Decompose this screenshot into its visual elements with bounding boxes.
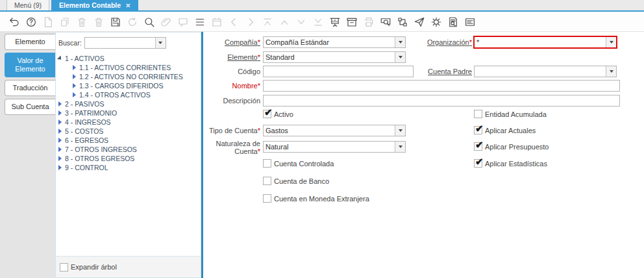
elemento-select[interactable]: Standard	[263, 51, 406, 63]
cuenta-moneda-extranjera-checkbox[interactable]: Cuenta en Moneda Extranjera	[263, 194, 369, 203]
zoom-across-icon[interactable]	[380, 16, 391, 28]
chevron-down-icon[interactable]	[606, 37, 616, 47]
tree-node-label[interactable]: 7 - OTROS INGRESOS	[65, 145, 137, 153]
chevron-down-icon[interactable]	[606, 66, 616, 77]
checkbox-box[interactable]	[263, 110, 271, 118]
tree-node[interactable]: 4 - INGRESOS	[56, 118, 199, 127]
workflow-icon[interactable]	[397, 16, 408, 28]
aplicar-estadisticas-checkbox[interactable]: Aplicar Estadísticas	[474, 159, 547, 168]
tree-node[interactable]: 1.1 - ACTIVOS CORRIENTES	[56, 63, 199, 72]
tree-collapse-icon[interactable]	[57, 55, 63, 61]
tree-node[interactable]: 9 - CONTROL	[56, 163, 199, 172]
search-input[interactable]	[84, 37, 166, 49]
tree-node[interactable]: 1 - ACTIVOS	[56, 54, 199, 63]
tree-node-label[interactable]: 3 - PATRIMONIO	[65, 109, 117, 117]
side-tab-traducci-n[interactable]: Traducción	[5, 80, 55, 96]
next-record-icon	[245, 16, 256, 28]
chevron-down-icon[interactable]	[155, 38, 166, 48]
tree-node[interactable]: 5 - COSTOS	[56, 127, 199, 136]
tree-expand-icon[interactable]	[73, 65, 76, 70]
entidad-acumulada-label: Entidad Acumulada	[485, 110, 547, 118]
tree-expand-icon[interactable]	[58, 165, 62, 170]
descripcion-input[interactable]	[263, 95, 620, 107]
organizacion-label[interactable]: Organización*	[393, 38, 472, 46]
tree-node[interactable]: 1.2 - ACTIVOS NO CORRIENTES	[56, 72, 199, 81]
tree-node[interactable]: 6 - EGRESOS	[56, 136, 199, 145]
window-tab[interactable]: Menú (9)	[6, 0, 49, 10]
find-icon[interactable]	[143, 16, 155, 28]
tree-expand-icon[interactable]	[58, 120, 62, 125]
checkbox-box[interactable]	[263, 194, 271, 203]
chevron-down-icon[interactable]	[395, 142, 405, 152]
save-icon[interactable]	[110, 16, 121, 28]
elemento-label[interactable]: Elemento*	[203, 53, 260, 61]
entidad-acumulada-checkbox[interactable]: Entidad Acumulada	[474, 110, 547, 118]
tree-node-label[interactable]: 1.4 - OTROS ACTIVOS	[79, 91, 151, 99]
checkbox-box[interactable]	[474, 110, 482, 118]
checkbox-box[interactable]	[263, 159, 271, 168]
form-icon[interactable]	[464, 16, 476, 28]
checkbox-box[interactable]	[474, 126, 482, 134]
aplicar-actuales-checkbox[interactable]: Aplicar Actuales	[474, 126, 536, 134]
tree-node[interactable]: 1.4 - OTROS ACTIVOS	[56, 90, 199, 99]
chevron-down-icon[interactable]	[395, 52, 405, 62]
print-preview-icon[interactable]	[447, 16, 459, 28]
side-tab-valor-de-elemento[interactable]: Valor de Elemento	[5, 53, 55, 77]
archive-icon[interactable]	[346, 16, 358, 28]
tree-expand-icon[interactable]	[73, 74, 76, 79]
tree-expand-icon[interactable]	[58, 138, 62, 143]
chat-icon	[177, 16, 189, 28]
activo-checkbox[interactable]: Activo	[263, 110, 293, 118]
tree-expand-icon[interactable]	[58, 156, 62, 161]
naturaleza-cuenta-select[interactable]: Natural	[263, 141, 406, 153]
tree-node-label[interactable]: 2 - PASIVOS	[65, 100, 105, 108]
tree-node-label[interactable]: 1.2 - ACTIVOS NO CORRIENTES	[79, 73, 183, 81]
tree-expand-icon[interactable]	[58, 101, 62, 107]
checkbox-box[interactable]	[474, 142, 482, 151]
tree-node-label[interactable]: 4 - INGRESOS	[65, 118, 111, 126]
report-icon[interactable]	[329, 16, 341, 28]
cuenta-controlada-checkbox[interactable]: Cuenta Controlada	[263, 159, 334, 168]
request-icon[interactable]	[414, 16, 425, 28]
window-tab[interactable]: Elemento Contable✕	[51, 0, 138, 10]
compania-select[interactable]: Compañía Estándar	[263, 36, 406, 48]
undo-icon[interactable]	[8, 16, 20, 28]
preference-icon[interactable]	[430, 16, 442, 28]
tree-node-label[interactable]: 9 - CONTROL	[65, 164, 108, 171]
tipo-cuenta-select[interactable]: Gastos	[263, 125, 406, 136]
cuenta-padre-select[interactable]	[474, 66, 617, 77]
side-tab-sub-cuenta[interactable]: Sub Cuenta	[5, 99, 55, 115]
grid-toggle-icon[interactable]	[194, 16, 206, 28]
tree-expand-icon[interactable]	[58, 110, 62, 116]
codigo-input[interactable]	[263, 66, 414, 77]
side-tab-elemento[interactable]: Elemento	[5, 34, 55, 50]
tree-node[interactable]: 3 - PATRIMONIO	[56, 108, 199, 118]
aplicar-presupuesto-checkbox[interactable]: Aplicar Presupuesto	[474, 142, 549, 151]
tree-node[interactable]: 8 - OTROS EGRESOS	[56, 154, 199, 163]
tree-node-label[interactable]: 1.1 - ACTIVOS CORRIENTES	[79, 64, 171, 71]
checkbox-box[interactable]	[60, 263, 68, 272]
tree-expand-icon[interactable]	[58, 129, 62, 134]
checkbox-box[interactable]	[263, 177, 271, 185]
tree-node-label[interactable]: 5 - COSTOS	[65, 127, 103, 135]
tree-expand-icon[interactable]	[73, 83, 76, 88]
tree-node[interactable]: 1.3 - CARGOS DIFERIDOS	[56, 81, 199, 90]
tree-node-label[interactable]: 1.3 - CARGOS DIFERIDOS	[79, 82, 164, 90]
cuenta-banco-checkbox[interactable]: Cuenta de Banco	[263, 177, 329, 185]
nombre-input[interactable]	[263, 80, 620, 92]
tree-node-label[interactable]: 1 - ACTIVOS	[65, 55, 105, 62]
chevron-down-icon[interactable]	[395, 125, 405, 136]
tree-expand-icon[interactable]	[73, 92, 76, 97]
tree-node[interactable]: 7 - OTROS INGRESOS	[56, 145, 199, 154]
expand-tree-checkbox[interactable]: Expandir árbol	[60, 263, 117, 272]
checkbox-box[interactable]	[474, 159, 482, 168]
cuenta-padre-label[interactable]: Cuenta Padre	[393, 68, 472, 75]
tree-node-label[interactable]: 8 - OTROS EGRESOS	[65, 155, 134, 162]
tree-expand-icon[interactable]	[58, 147, 62, 152]
tree-node-label[interactable]: 6 - EGRESOS	[65, 136, 108, 144]
close-icon[interactable]: ✕	[125, 2, 130, 9]
tree-node[interactable]: 2 - PASIVOS	[56, 99, 199, 108]
help-icon[interactable]	[25, 16, 37, 28]
organizacion-select[interactable]: *	[473, 36, 617, 49]
compania-label[interactable]: Compañía*	[203, 38, 260, 46]
